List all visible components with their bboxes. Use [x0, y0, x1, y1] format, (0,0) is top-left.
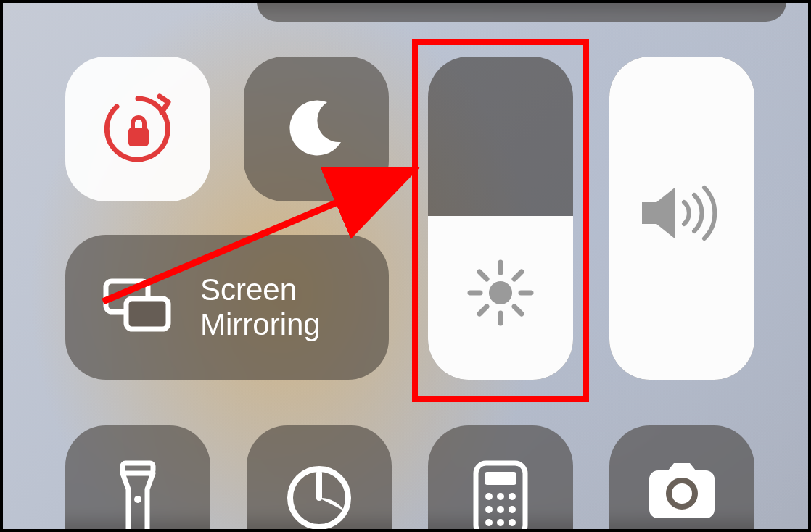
volume-slider[interactable]: [609, 57, 754, 380]
rotation-lock-button[interactable]: [65, 57, 210, 201]
svg-point-23: [485, 519, 493, 526]
svg-point-22: [509, 506, 516, 513]
top-control-pill: [257, 0, 786, 22]
svg-line-9: [514, 307, 522, 314]
screen-mirroring-label: ScreenMirroring: [200, 273, 321, 343]
svg-point-25: [509, 519, 516, 526]
svg-line-11: [479, 307, 487, 314]
svg-rect-2: [126, 299, 168, 329]
svg-point-17: [485, 493, 493, 500]
brightness-slider[interactable]: [428, 57, 573, 380]
flashlight-icon: [112, 460, 163, 532]
svg-point-19: [509, 493, 516, 500]
svg-point-3: [489, 281, 512, 304]
camera-icon: [642, 460, 722, 528]
svg-rect-16: [485, 472, 516, 485]
timer-icon: [283, 460, 355, 532]
svg-point-13: [134, 496, 141, 503]
svg-point-20: [485, 506, 493, 513]
timer-button[interactable]: [247, 425, 392, 532]
svg-rect-12: [123, 463, 153, 473]
camera-button[interactable]: [609, 425, 754, 532]
svg-point-18: [497, 493, 504, 500]
speaker-icon: [609, 177, 754, 249]
calculator-icon: [472, 460, 530, 532]
svg-point-21: [497, 506, 504, 513]
svg-line-10: [514, 272, 522, 279]
svg-point-24: [497, 519, 504, 526]
svg-line-8: [479, 272, 487, 279]
svg-rect-0: [128, 128, 149, 146]
sun-icon: [428, 257, 573, 329]
rotation-lock-icon: [98, 89, 178, 169]
moon-icon: [284, 95, 349, 163]
do-not-disturb-button[interactable]: [244, 57, 389, 201]
flashlight-button[interactable]: [65, 425, 210, 532]
calculator-button[interactable]: [428, 425, 573, 532]
screen-mirroring-button[interactable]: ScreenMirroring: [65, 235, 389, 380]
screen-mirror-icon: [102, 277, 174, 338]
